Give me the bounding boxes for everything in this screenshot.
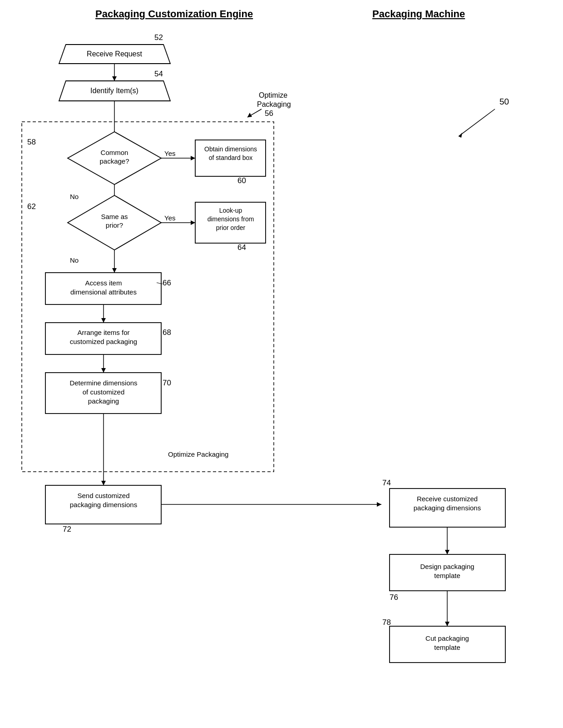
svg-marker-28 bbox=[445, 622, 449, 626]
arrange-items-label-1: Arrange items for bbox=[77, 329, 129, 336]
send-label-1: Send customized bbox=[77, 492, 129, 499]
access-item-label-1: Access item bbox=[85, 279, 122, 287]
obtain-dimensions-label-1: Obtain dimensions bbox=[204, 145, 257, 153]
ref-56: 56 bbox=[265, 109, 273, 118]
lookup-label-2: dimensions from bbox=[207, 215, 254, 223]
common-package-label-2: package? bbox=[99, 157, 129, 165]
cut-template-label-1: Cut packaging bbox=[425, 634, 469, 642]
ref-70: 70 bbox=[163, 379, 171, 387]
receive-dim-label-2: packaging dimensions bbox=[414, 504, 481, 512]
ref-60: 60 bbox=[237, 176, 246, 185]
svg-marker-9 bbox=[191, 156, 195, 160]
svg-line-0 bbox=[459, 109, 495, 136]
svg-marker-24 bbox=[377, 502, 381, 507]
left-header-title: Packaging Customization Engine bbox=[95, 8, 253, 20]
ref-66: 66 bbox=[163, 279, 171, 287]
same-as-prior-label-2: prior? bbox=[106, 221, 123, 229]
same-as-prior-label-1: Same as bbox=[101, 213, 128, 220]
svg-marker-3 bbox=[112, 76, 117, 81]
ref-74: 74 bbox=[382, 479, 391, 487]
svg-marker-20 bbox=[101, 368, 106, 373]
svg-marker-13 bbox=[191, 220, 195, 225]
svg-marker-26 bbox=[445, 550, 449, 554]
ref-52: 52 bbox=[154, 33, 163, 42]
cut-template-label-2: template bbox=[434, 643, 460, 651]
design-template-label-2: template bbox=[434, 572, 460, 579]
arrange-items-label-2: customized packaging bbox=[70, 338, 137, 345]
receive-request-label: Receive Request bbox=[87, 50, 142, 58]
ref-68: 68 bbox=[163, 328, 171, 337]
svg-marker-15 bbox=[112, 268, 117, 273]
optimize-packaging-label-bottom: Optimize Packaging bbox=[168, 450, 228, 458]
svg-marker-1 bbox=[459, 133, 462, 138]
optimize-packaging-label-2: Packaging bbox=[257, 100, 291, 108]
obtain-dimensions-label-2: of standard box bbox=[209, 154, 253, 161]
ref-72: 72 bbox=[63, 525, 71, 534]
receive-dim-label-1: Receive customized bbox=[417, 495, 478, 503]
ref-76: 76 bbox=[390, 593, 398, 602]
no-label-1: No bbox=[70, 193, 79, 200]
diagram-container: Packaging Customization Engine Packaging… bbox=[0, 0, 563, 728]
yes-label-2: Yes bbox=[164, 214, 175, 222]
lookup-label-3: prior order bbox=[216, 224, 246, 231]
right-header-title: Packaging Machine bbox=[372, 8, 465, 20]
no-label-2: No bbox=[70, 256, 79, 264]
ref-58: 58 bbox=[27, 138, 36, 146]
svg-marker-18 bbox=[101, 318, 106, 323]
determine-label-3: packaging bbox=[88, 397, 119, 405]
svg-marker-22 bbox=[101, 481, 106, 485]
ref-62: 62 bbox=[27, 202, 36, 211]
send-label-2: packaging dimensions bbox=[70, 501, 137, 509]
ref-64: 64 bbox=[237, 243, 246, 252]
ref-78: 78 bbox=[382, 618, 391, 627]
design-template-label-1: Design packaging bbox=[420, 563, 474, 570]
access-item-label-2: dimensional attributes bbox=[70, 288, 137, 296]
optimize-packaging-label-1: Optimize bbox=[259, 91, 287, 99]
yes-label-1: Yes bbox=[164, 150, 175, 157]
common-package-label-1: Common bbox=[101, 149, 128, 156]
identify-items-label: Identify Item(s) bbox=[90, 87, 138, 95]
ref-54: 54 bbox=[154, 70, 163, 78]
determine-label-2: of customized bbox=[83, 388, 125, 396]
determine-label-1: Determine dimensions bbox=[69, 379, 137, 387]
ref-50: 50 bbox=[499, 97, 509, 106]
lookup-label-1: Look-up bbox=[219, 207, 242, 214]
